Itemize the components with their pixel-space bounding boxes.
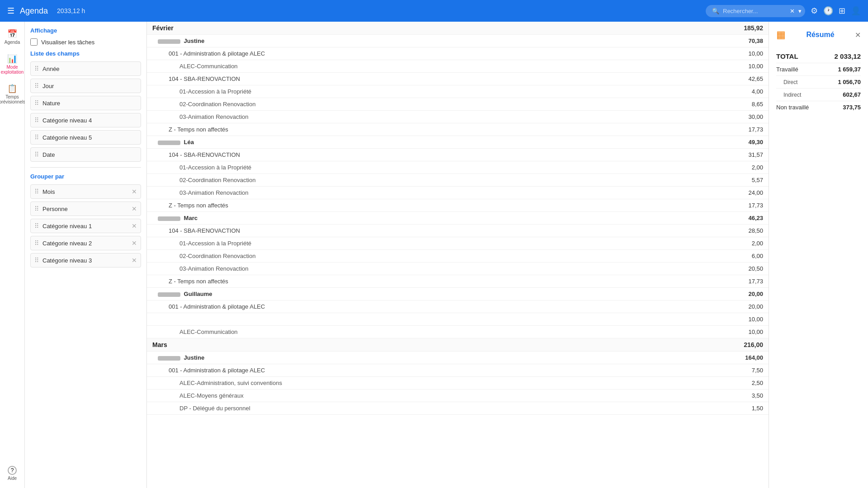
table-row: 02-Coordination Renovaction5,57	[147, 174, 769, 187]
table-row: 10,00	[147, 313, 769, 326]
group-personne[interactable]: ⠿ Personne ✕	[30, 202, 141, 216]
table-row: 001 - Administration & pilotage ALEC20,0…	[147, 300, 769, 313]
remove-personne-button[interactable]: ✕	[132, 205, 137, 212]
table-row: ALEC-Communication10,00	[147, 326, 769, 338]
total-value: 2 033,12	[835, 52, 861, 60]
help-icon: ?	[8, 466, 17, 475]
table-row: 104 - SBA-RENOVACTION31,57	[147, 149, 769, 161]
table-row: 104 - SBA-RENOVACTION42,65	[147, 73, 769, 85]
remove-cat3-button[interactable]: ✕	[132, 257, 137, 264]
non-travaille-value: 373,75	[843, 104, 861, 111]
field-jour[interactable]: ⠿ Jour	[30, 79, 141, 93]
drag-handle-annee: ⠿	[34, 65, 39, 72]
visualiser-taches-link[interactable]: Visualiser les tâches	[30, 38, 141, 46]
sidebar-item-temps-previsionnels[interactable]: 📋 Temps prévisionnels	[1, 80, 23, 108]
summary-direct-row: Direct 1 056,70	[776, 76, 861, 89]
table-row: 001 - Administration & pilotage ALEC10,0…	[147, 47, 769, 60]
grid-icon[interactable]: ⊞	[839, 6, 845, 16]
summary-indirect-row: Indirect 602,67	[776, 89, 861, 101]
sidebar-aide-label: Aide	[8, 476, 17, 481]
summary-non-travaille-row: Non travaillé 373,75	[776, 101, 861, 113]
field-nature[interactable]: ⠿ Nature	[30, 96, 141, 110]
field-categorie-4[interactable]: ⠿ Catégorie niveau 4	[30, 113, 141, 127]
summary-title: Résumé	[806, 31, 834, 39]
table-row: Z - Temps non affectés17,73	[147, 123, 769, 136]
table-row: ALEC-Administration, suivi conventions2,…	[147, 377, 769, 389]
field-categorie-5[interactable]: ⠿ Catégorie niveau 5	[30, 130, 141, 145]
main-table-area: Février185,92 Justine70,38001 - Administ…	[147, 22, 769, 488]
clock-icon[interactable]: 🕐	[823, 6, 833, 16]
liste-champs-title[interactable]: Liste des champs	[30, 50, 141, 57]
affichage-title[interactable]: Affichage	[30, 27, 141, 34]
account-icon[interactable]: 👤	[851, 6, 861, 16]
summary-travaille-row: Travaillé 1 659,37	[776, 63, 861, 76]
group-mois[interactable]: ⠿ Mois ✕	[30, 184, 141, 199]
table-row: 01-Accession à la Propriété4,00	[147, 85, 769, 98]
table-row: 01-Accession à la Propriété2,00	[147, 237, 769, 250]
field-date[interactable]: ⠿ Date	[30, 147, 141, 162]
field-annee[interactable]: ⠿ Année	[30, 61, 141, 76]
data-table: Février185,92 Justine70,38001 - Administ…	[147, 22, 769, 415]
table-row: Justine164,00	[147, 352, 769, 364]
search-input[interactable]	[723, 8, 786, 14]
summary-total-row: TOTAL 2 033,12	[776, 50, 861, 63]
dropdown-icon[interactable]: ▾	[798, 8, 802, 14]
table-row: 03-Animation Renovaction20,50	[147, 263, 769, 275]
total-label: TOTAL	[776, 52, 798, 60]
content-panel: Affichage Visualiser les tâches Liste de…	[25, 22, 147, 488]
table-row: 02-Coordination Renovaction8,65	[147, 98, 769, 111]
sidebar-mode-label: Mode exploitation	[1, 65, 24, 75]
sidebar-agenda-label: Agenda	[5, 40, 20, 45]
table-row: ALEC-Communication10,00	[147, 60, 769, 73]
table-row: 01-Accession à la Propriété2,00	[147, 161, 769, 174]
drag-handle-mois: ⠿	[34, 188, 39, 195]
drag-handle-cat4: ⠿	[34, 117, 39, 124]
table-row: 03-Animation Renovaction30,00	[147, 111, 769, 123]
chart-icon: 📊	[7, 54, 17, 64]
remove-mois-button[interactable]: ✕	[132, 188, 137, 195]
table-row: 001 - Administration & pilotage ALEC7,50	[147, 364, 769, 377]
drag-handle-date: ⠿	[34, 151, 39, 158]
indirect-label: Indirect	[776, 92, 801, 98]
table-row: Mars216,00	[147, 338, 769, 352]
remove-cat1-button[interactable]: ✕	[132, 222, 137, 230]
top-nav: ☰ Agenda 2033,12 h 🔍 ✕ ▾ ⚙ 🕐 ⊞ 👤	[0, 0, 868, 22]
table-row: Léa49,30	[147, 136, 769, 149]
group-cat1[interactable]: ⠿ Catégorie niveau 1 ✕	[30, 219, 141, 233]
clipboard-icon: 📋	[7, 84, 17, 94]
direct-value: 1 056,70	[838, 79, 861, 85]
visualiser-checkbox[interactable]	[30, 38, 38, 46]
sidebar-item-agenda[interactable]: 📅 Agenda	[1, 25, 23, 48]
group-cat3[interactable]: ⠿ Catégorie niveau 3 ✕	[30, 253, 141, 267]
sidebar-temps-label: Temps prévisionnels	[0, 94, 25, 104]
table-row: Guillaume20,00	[147, 288, 769, 300]
close-summary-button[interactable]: ✕	[855, 31, 861, 39]
indirect-value: 602,67	[843, 91, 861, 98]
orange-grid-icon: ▦	[776, 29, 786, 41]
filter-icon[interactable]: ⚙	[811, 6, 818, 16]
left-sidebar: 📅 Agenda 📊 Mode exploitation 📋 Temps pré…	[0, 22, 25, 488]
drag-handle-cat1: ⠿	[34, 222, 39, 230]
right-panel-header: ▦ Résumé ✕	[776, 29, 861, 41]
clear-search-icon[interactable]: ✕	[790, 8, 795, 14]
remove-cat2-button[interactable]: ✕	[132, 239, 137, 247]
sidebar-item-mode-exploitation[interactable]: 📊 Mode exploitation	[1, 50, 23, 78]
search-box[interactable]: 🔍 ✕ ▾	[706, 5, 805, 17]
sidebar-item-aide[interactable]: ? Aide	[1, 462, 23, 484]
table-row: 03-Animation Renovaction24,00	[147, 187, 769, 199]
non-travaille-label: Non travaillé	[776, 104, 809, 111]
app-title: Agenda	[20, 6, 48, 16]
calendar-icon: 📅	[7, 29, 17, 39]
drag-handle-nature: ⠿	[34, 99, 39, 107]
table-row: Justine70,38	[147, 35, 769, 47]
table-row: Z - Temps non affectés17,73	[147, 275, 769, 288]
menu-icon[interactable]: ☰	[7, 6, 14, 16]
table-row: ALEC-Moyens généraux3,50	[147, 389, 769, 402]
travaille-value: 1 659,37	[838, 66, 861, 73]
group-cat2[interactable]: ⠿ Catégorie niveau 2 ✕	[30, 236, 141, 250]
grouper-par-title[interactable]: Grouper par	[30, 173, 141, 180]
drag-handle-jour: ⠿	[34, 82, 39, 89]
table-row: Marc46,23	[147, 212, 769, 225]
table-row: Z - Temps non affectés17,73	[147, 199, 769, 212]
drag-handle-cat3: ⠿	[34, 257, 39, 264]
